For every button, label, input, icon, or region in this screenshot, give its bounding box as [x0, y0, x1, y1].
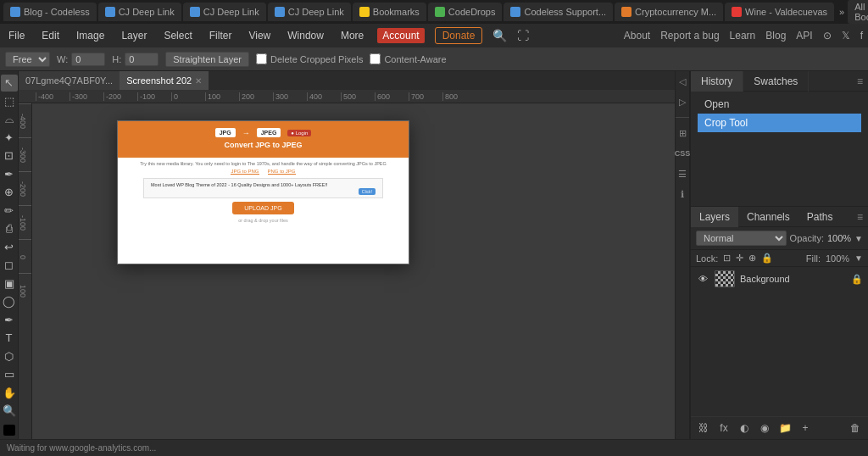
link-api[interactable]: API	[796, 30, 812, 42]
history-item-crop[interactable]: Crop Tool	[698, 114, 861, 132]
doc-tab-2[interactable]: Screenshot 202 ✕	[120, 71, 209, 90]
hand-tool[interactable]: ✋	[1, 385, 18, 402]
mode-select[interactable]: Free	[5, 52, 50, 67]
menu-image[interactable]: Image	[73, 28, 108, 43]
layer-visibility-icon[interactable]: 👁	[696, 272, 709, 286]
text-tool[interactable]: T	[1, 330, 18, 347]
left-toolbar: ↖ ⬚ ⌓ ✦ ⊡ ✒ ⊕ ✏ ⎙ ↩ ◻ ▣ ◯ ✒ T ⬡ ▭ ✋ 🔍	[0, 71, 19, 439]
layers-menu-icon[interactable]: ≡	[852, 211, 868, 223]
menu-filter[interactable]: Filter	[206, 28, 236, 43]
history-content: Open Crop Tool	[691, 92, 868, 136]
heal-tool[interactable]: ⊕	[1, 184, 18, 201]
tab-codedrops[interactable]: CodeDrops	[428, 3, 503, 21]
foreground-color[interactable]	[3, 425, 15, 437]
donate-button[interactable]: Donate	[435, 27, 483, 44]
stamp-tool[interactable]: ⎙	[1, 220, 18, 237]
search-icon[interactable]: 🔍	[492, 29, 507, 42]
marquee-tool[interactable]: ⬚	[1, 93, 18, 110]
tab-history[interactable]: History	[691, 71, 743, 92]
eyedropper-tool[interactable]: ✒	[1, 166, 18, 183]
add-group-icon[interactable]: 📁	[777, 420, 793, 436]
gradient-tool[interactable]: ▣	[1, 275, 18, 292]
add-layer-icon[interactable]: +	[798, 420, 813, 436]
width-input[interactable]	[71, 53, 105, 66]
doc-tab-close[interactable]: ✕	[195, 76, 202, 86]
delete-cropped-checkbox[interactable]	[256, 53, 267, 64]
canvas-area[interactable]: -400 -300 -200 -100 0 100 JPG →	[19, 103, 675, 439]
layers-panel-icon[interactable]: ☰	[676, 167, 689, 181]
history-item-open[interactable]: Open	[698, 95, 861, 114]
history-brush-tool[interactable]: ↩	[1, 239, 18, 256]
twitter-icon[interactable]: 𝕏	[842, 30, 850, 42]
link-layers-icon[interactable]: ⛓	[696, 420, 711, 436]
info-panel-icon[interactable]: ℹ	[676, 187, 689, 201]
straighten-button[interactable]: Straighten Layer	[165, 52, 249, 67]
panel-menu-icon[interactable]: ≡	[852, 75, 868, 87]
pen-tool[interactable]: ✒	[1, 312, 18, 329]
facebook-icon[interactable]: f	[860, 30, 863, 42]
menu-window[interactable]: Window	[284, 28, 327, 43]
tab-blog-codeless[interactable]: Blog - Codeless	[3, 3, 97, 21]
menu-layer[interactable]: Layer	[118, 28, 150, 43]
layer-name: Background	[740, 274, 790, 284]
fill-arrow-icon[interactable]: ▼	[854, 253, 863, 263]
dodge-tool[interactable]: ◯	[1, 293, 18, 310]
upload-button[interactable]: UPLOAD JPG	[232, 202, 293, 214]
blend-mode-select[interactable]: Normal	[696, 231, 787, 246]
opacity-arrow-icon[interactable]: ▼	[854, 234, 863, 243]
link-blog[interactable]: Blog	[765, 30, 786, 42]
tab-swatches[interactable]: Swatches	[743, 71, 809, 92]
content-aware-checkbox[interactable]	[370, 53, 381, 64]
shape-tool[interactable]: ▭	[1, 366, 18, 383]
eraser-tool[interactable]: ◻	[1, 257, 18, 274]
menu-file[interactable]: File	[5, 28, 28, 43]
tab-bookmarks[interactable]: Bookmarks	[353, 3, 426, 21]
fullscreen-icon[interactable]: ⛶	[517, 29, 529, 42]
layer-item-background[interactable]: 👁 Background 🔒	[691, 267, 868, 291]
doc-tab-1[interactable]: 07Lgme4Q7ABF0Y...	[19, 71, 120, 90]
add-adjustment-icon[interactable]: ◉	[757, 420, 772, 436]
menu-edit[interactable]: Edit	[38, 28, 63, 43]
menu-account[interactable]: Account	[377, 28, 424, 43]
tab-wine[interactable]: Wine - Valdecuevas	[725, 3, 834, 21]
lock-pixels-icon[interactable]: ⊡	[723, 253, 731, 264]
link-about[interactable]: About	[624, 30, 650, 42]
lasso-tool[interactable]: ⌓	[1, 111, 18, 128]
lock-position-icon[interactable]: ✛	[736, 253, 743, 264]
reddit-icon[interactable]: ⊙	[823, 30, 832, 42]
tab-codeless-support[interactable]: Codeless Support...	[504, 3, 613, 21]
height-input[interactable]	[125, 53, 159, 66]
delete-layer-icon[interactable]: 🗑	[848, 420, 863, 436]
zoom-tool[interactable]: 🔍	[1, 403, 18, 420]
lock-all-icon[interactable]: 🔒	[761, 253, 773, 264]
brush-tool[interactable]: ✏	[1, 203, 18, 220]
wand-tool[interactable]: ✦	[1, 130, 18, 147]
menu-view[interactable]: View	[245, 28, 274, 43]
tab-paths[interactable]: Paths	[798, 207, 842, 227]
menu-more[interactable]: More	[337, 28, 367, 43]
link-learn[interactable]: Learn	[730, 30, 756, 42]
path-tool[interactable]: ⬡	[1, 348, 18, 365]
expand-right-icon[interactable]: ▷	[676, 95, 689, 108]
add-style-icon[interactable]: fx	[716, 420, 732, 436]
history-panel-icon[interactable]: ⊞	[676, 126, 689, 140]
lock-artboard-icon[interactable]: ⊕	[748, 253, 756, 264]
move-tool[interactable]: ↖	[1, 75, 18, 92]
link-report-bug[interactable]: Report a bug	[660, 30, 719, 42]
tab-layers[interactable]: Layers	[691, 207, 738, 227]
crop-tool[interactable]: ⊡	[1, 147, 18, 164]
all-bookmarks-button[interactable]: All Bookmark...	[848, 0, 868, 24]
add-mask-icon[interactable]: ◐	[737, 420, 752, 436]
more-tabs-icon[interactable]: »	[836, 7, 848, 17]
canvas-content[interactable]: JPG → JPEG ● Login Convert JPG to JPEG T…	[32, 103, 675, 439]
tab-cj3[interactable]: CJ Deep Link	[268, 3, 351, 21]
css-badge[interactable]: CSS	[676, 147, 689, 160]
upload-subtext: or drag & drop your files	[126, 218, 400, 223]
opacity-value: 100%	[827, 233, 851, 243]
tab-channels[interactable]: Channels	[738, 207, 798, 227]
menu-select[interactable]: Select	[160, 28, 195, 43]
collapse-left-icon[interactable]: ◁	[676, 75, 689, 88]
tab-crypto[interactable]: Cryptocurrency M...	[615, 3, 723, 21]
tab-cj2[interactable]: CJ Deep Link	[183, 3, 266, 21]
tab-cj1[interactable]: CJ Deep Link	[98, 3, 181, 21]
